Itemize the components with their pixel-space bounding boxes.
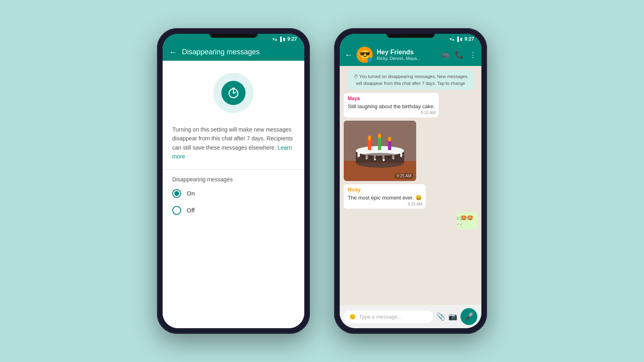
msg-text-ricky: The most epic moment ever. 😄 — [348, 194, 422, 202]
chat-body: ⏱ You turned on disappearing messages. N… — [340, 66, 481, 305]
chat-group-name: Hey Friends — [377, 49, 436, 56]
system-message[interactable]: ⏱ You turned on disappearing messages. N… — [348, 70, 473, 90]
timer-icon-background — [213, 73, 254, 113]
svg-point-15 — [362, 153, 398, 159]
scene: ▾▴ ▐ ▮ 9:27 ← Disappearing messages — [157, 28, 487, 334]
msg-text-maya: Still laughing about the birthday cake. — [348, 103, 435, 110]
svg-point-3 — [369, 59, 371, 61]
option-off[interactable]: Off — [172, 206, 295, 215]
input-placeholder-text: Type a message... — [359, 314, 402, 320]
chat-action-buttons: 📹 📞 ⋮ — [440, 50, 477, 59]
attachment-icon[interactable]: 📎 — [436, 312, 445, 321]
label-off: Off — [187, 207, 195, 214]
signal-icon: ▐ — [279, 37, 282, 41]
cake-image-time: 9:25 AM — [395, 173, 413, 179]
emoji-icon[interactable]: 🙂 — [349, 314, 356, 320]
wifi-icon: ▾▴ — [272, 37, 277, 42]
timer-svg — [227, 86, 240, 99]
cake-image-bubble: 9:25 AM — [344, 121, 416, 181]
disappearing-messages-label: Disappearing messages — [172, 176, 295, 183]
chat-input-field[interactable]: 🙂 Type a message... — [344, 311, 433, 323]
msg-ricky: Ricky The most epic moment ever. 😄 9:25 … — [344, 184, 426, 209]
svg-rect-10 — [378, 137, 381, 150]
msg-time-sent: 9:26 PM ✓✓ — [456, 216, 474, 227]
svg-point-13 — [378, 134, 381, 138]
video-call-icon[interactable]: 📹 — [440, 50, 449, 59]
msg-time-ricky: 9:25 AM — [408, 202, 423, 207]
back-button-1[interactable]: ← — [169, 47, 177, 57]
chat-avatar: 😎 — [357, 47, 373, 63]
back-button-2[interactable]: ← — [345, 50, 353, 60]
status-time-2: 9:27 — [464, 36, 474, 42]
camera-icon[interactable]: 📷 — [448, 312, 457, 321]
phone-notch — [209, 34, 258, 38]
battery-icon: ▮ — [283, 37, 285, 42]
options-section: Disappearing messages On Off — [163, 170, 304, 229]
svg-point-12 — [368, 136, 371, 140]
radio-on[interactable] — [172, 189, 181, 198]
timer-dot-icon — [368, 58, 372, 62]
radio-off[interactable] — [172, 206, 181, 215]
description-section: Turning on this setting will make new me… — [163, 121, 304, 170]
chat-header: ← 😎 Hey Friends Ricky, Dennis, Maya... 📹 — [340, 43, 481, 66]
cake-image: 9:25 AM — [344, 121, 416, 181]
msg-sent: 🤩🤩 9:26 PM ✓✓ — [456, 212, 477, 229]
svg-rect-9 — [368, 139, 371, 150]
chat-header-info: Hey Friends Ricky, Dennis, Maya... — [377, 49, 436, 61]
wifi-icon-2: ▾▴ — [450, 37, 454, 42]
signal-icons-1: ▾▴ ▐ ▮ — [272, 37, 285, 42]
msg-sender-ricky: Ricky — [348, 187, 422, 193]
cake-svg — [344, 121, 416, 181]
phone-chat: ▾▴ ▐ ▮ 9:27 ← 😎 Hey Fr — [334, 28, 487, 334]
label-on: On — [187, 190, 195, 197]
avatar-status-dot — [367, 58, 372, 62]
settings-content: Turning on this setting will make new me… — [163, 61, 304, 328]
status-time-1: 9:27 — [287, 36, 297, 42]
phone-notch-2 — [386, 34, 435, 38]
settings-header: ← Disappearing messages — [163, 43, 304, 61]
msg-maya: Maya Still laughing about the birthday c… — [344, 93, 439, 117]
system-message-text: You turned on disappearing messages. New… — [356, 74, 467, 86]
msg-time-maya: 9:25 AM — [421, 110, 436, 116]
option-on[interactable]: On — [172, 189, 295, 198]
msg-sender-maya: Maya — [348, 95, 435, 102]
chat-members: Ricky, Dennis, Maya... — [377, 56, 436, 61]
description-text: Turning on this setting will make new me… — [172, 125, 295, 161]
signal-icons-2: ▾▴ ▐ ▮ — [450, 37, 462, 42]
icon-section — [163, 61, 304, 121]
more-options-icon[interactable]: ⋮ — [469, 50, 477, 59]
timer-emoji-system: ⏱ — [354, 74, 358, 79]
phone-settings: ▾▴ ▐ ▮ 9:27 ← Disappearing messages — [157, 28, 310, 334]
signal-icon-2: ▐ — [456, 37, 459, 41]
mic-icon: 🎤 — [464, 312, 473, 321]
mic-button[interactable]: 🎤 — [460, 308, 477, 325]
voice-call-icon[interactable]: 📞 — [455, 50, 464, 59]
settings-title: Disappearing messages — [182, 48, 298, 56]
svg-point-14 — [388, 137, 391, 142]
timer-icon — [221, 81, 246, 105]
battery-icon-2: ▮ — [460, 37, 462, 42]
chat-input-bar: 🙂 Type a message... 📎 📷 🎤 — [340, 305, 481, 328]
